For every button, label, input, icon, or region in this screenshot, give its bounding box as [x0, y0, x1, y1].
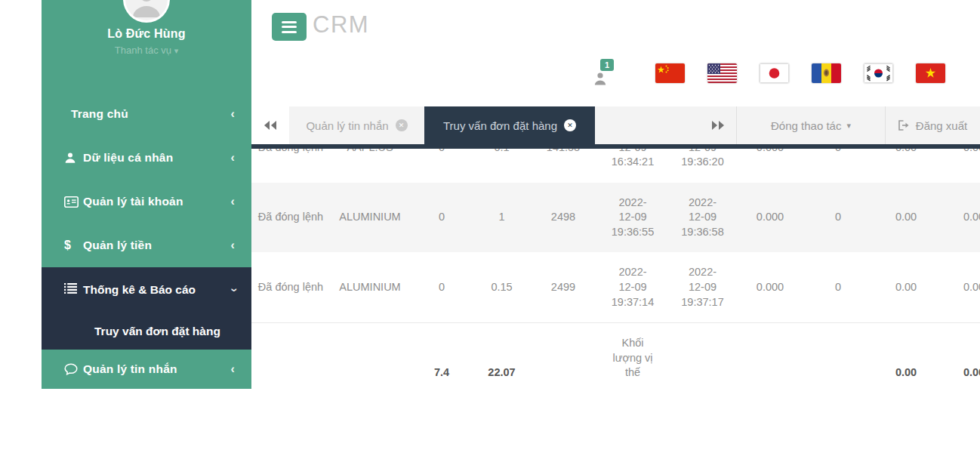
- app-window: Lò Đức Hùng Thanh tác vụ ▾ Trang chủ ‹ D…: [0, 0, 980, 453]
- main-content: CRM 1: [251, 0, 980, 453]
- cell-value: 0.00: [872, 183, 940, 253]
- notification-count-badge: 1: [600, 59, 614, 71]
- cell-empty: [804, 323, 872, 392]
- chevron-left-icon: ‹: [230, 108, 235, 120]
- sidebar-item-label: Thống kê & Báo cáo: [83, 283, 196, 297]
- scroll-tabs-left-button[interactable]: [251, 106, 289, 144]
- cell-value: 2499: [530, 252, 596, 322]
- sidebar-item-quan-ly-tin-nhan[interactable]: Quản lý tin nhắn ‹: [42, 350, 251, 389]
- cell-value: 0.15: [473, 252, 530, 322]
- cell-value: 141.53: [530, 149, 596, 183]
- close-tab-icon[interactable]: ✕: [564, 119, 576, 131]
- cell-open-time: 2022- 12-09 19:36:55: [596, 183, 669, 253]
- chevron-left-icon: ‹: [230, 152, 235, 164]
- cell-total: 0.00: [940, 323, 980, 392]
- cell-value: 0: [410, 149, 473, 183]
- table-row[interactable]: Đã đóng lệnh ALUMINIUM 0 1 2498 2022- 12…: [251, 183, 980, 253]
- cell-value: 0: [804, 252, 872, 322]
- sidebar: Lò Đức Hùng Thanh tác vụ ▾ Trang chủ ‹ D…: [42, 0, 251, 389]
- double-chevron-left-icon: [263, 120, 277, 131]
- cell-empty: [330, 323, 410, 392]
- scroll-tabs-right-button[interactable]: [700, 106, 736, 144]
- sidebar-item-label: Quản lý tài khoản: [83, 195, 183, 208]
- sidebar-item-quan-ly-tien[interactable]: $ Quản lý tiền ‹: [42, 223, 251, 267]
- cell-value: 0.000: [736, 149, 804, 183]
- sidebar-item-du-lieu-ca-nhan[interactable]: Dữ liệu cá nhân ‹: [42, 136, 251, 180]
- cell-empty: [530, 323, 596, 392]
- close-tab-icon[interactable]: ✕: [396, 119, 408, 131]
- cell-status: Đã đóng lệnh: [251, 149, 330, 183]
- avatar-person-icon: [130, 0, 163, 17]
- close-operations-label: Đóng thao tác: [771, 119, 841, 132]
- cell-total: 0.00: [872, 323, 940, 392]
- chat-icon: [64, 363, 83, 375]
- sidebar-subitem-truy-van-don-dat-hang[interactable]: Truy vấn đơn đặt hàng: [42, 313, 251, 350]
- flag-south-korea-icon[interactable]: [864, 63, 893, 83]
- cell-value: 0.00: [940, 252, 980, 322]
- sign-out-icon: [898, 120, 910, 131]
- table-row[interactable]: Đã đóng lệnh AAPL.US 0 0.1 141.53 2022- …: [251, 149, 980, 183]
- hamburger-icon: [282, 21, 297, 23]
- cell-close-time: 2022- 12-09 19:36:58: [669, 183, 736, 253]
- logout-label: Đăng xuất: [916, 119, 967, 132]
- cell-value: 0: [804, 183, 872, 253]
- cell-symbol: AAPL.US: [330, 149, 410, 183]
- flag-japan-icon[interactable]: [760, 63, 789, 83]
- cell-value: 0: [804, 149, 872, 183]
- sidebar-item-trang-chu[interactable]: Trang chủ ‹: [42, 92, 251, 136]
- table-row[interactable]: Đã đóng lệnh ALUMINIUM 0 0.15 2499 2022-…: [251, 252, 980, 322]
- cell-value: 0.00: [872, 149, 940, 183]
- tab-bar-controls: Đóng thao tác ▾ Đăng xuất: [700, 106, 980, 144]
- chevron-left-icon: ‹: [230, 239, 235, 251]
- cell-empty: [669, 323, 736, 392]
- menu-toggle-button[interactable]: [272, 13, 307, 41]
- sidebar-item-thong-ke-bao-cao[interactable]: Thống kê & Báo cáo ‹: [42, 267, 251, 313]
- dollar-icon: $: [64, 239, 83, 252]
- tab-label: Quản lý tin nhắn: [306, 119, 388, 132]
- cell-value: 1: [473, 183, 530, 253]
- caret-down-icon: ▾: [174, 46, 179, 55]
- sidebar-item-label: Dữ liệu cá nhân: [83, 151, 173, 165]
- cell-symbol: ALUMINIUM: [330, 183, 410, 253]
- orders-table-viewport: Đã đóng lệnh AAPL.US 0 0.1 141.53 2022- …: [251, 149, 980, 392]
- close-operations-dropdown[interactable]: Đóng thao tác ▾: [737, 106, 885, 144]
- chevron-left-icon: ‹: [230, 196, 235, 208]
- cell-close-time: 2022- 12-09 19:37:17: [669, 252, 736, 322]
- cell-summary-label: Khối lượng vị thế: [596, 323, 669, 392]
- person-icon: [593, 71, 608, 86]
- cell-value: 0.1: [473, 149, 530, 183]
- cell-value: 2498: [530, 183, 596, 253]
- sidebar-active-section: Thống kê & Báo cáo ‹ Truy vấn đơn đặt hà…: [42, 267, 251, 350]
- notification-user-icon[interactable]: 1: [590, 59, 629, 89]
- sidebar-item-label: Quản lý tin nhắn: [83, 362, 177, 376]
- flag-moldova-icon[interactable]: [812, 63, 841, 83]
- id-card-icon: [64, 196, 83, 208]
- brand-logo: CRM: [313, 11, 369, 39]
- cell-open-time: 2022- 12-09 19:37:14: [596, 252, 669, 322]
- user-role-label: Thanh tác vụ: [115, 45, 171, 56]
- tab-truy-van-don-dat-hang[interactable]: Truy vấn đơn đặt hàng ✕: [424, 106, 595, 144]
- cell-value: 0: [410, 183, 473, 253]
- logout-button[interactable]: Đăng xuất: [886, 106, 980, 144]
- cell-value: 0.00: [940, 149, 980, 183]
- language-flags: [655, 63, 945, 83]
- cell-close-time: 2022- 12-09 19:36:20: [669, 149, 736, 183]
- user-role-dropdown[interactable]: Thanh tác vụ ▾: [42, 45, 251, 56]
- tab-quan-ly-tin-nhan[interactable]: Quản lý tin nhắn ✕: [289, 106, 424, 144]
- cell-value: 0: [410, 252, 473, 322]
- cell-symbol: ALUMINIUM: [330, 252, 410, 322]
- flag-vietnam-icon[interactable]: [916, 63, 945, 83]
- cell-value: 0.000: [736, 252, 804, 322]
- cell-status: Đã đóng lệnh: [251, 183, 330, 253]
- orders-table: Đã đóng lệnh AAPL.US 0 0.1 141.53 2022- …: [251, 149, 980, 392]
- cell-value: 0.00: [940, 183, 980, 253]
- sidebar-item-label: Quản lý tiền: [83, 239, 152, 252]
- flag-china-icon[interactable]: [655, 63, 685, 83]
- double-chevron-right-icon: [711, 120, 725, 131]
- table-summary-row: 7.4 22.07 Khối lượng vị thế 0.00 0.00: [251, 323, 980, 392]
- flag-usa-icon[interactable]: [707, 63, 737, 83]
- sidebar-subitem-label: Truy vấn đơn đặt hàng: [94, 325, 220, 338]
- cell-status: Đã đóng lệnh: [251, 252, 330, 322]
- sidebar-item-quan-ly-tai-khoan[interactable]: Quản lý tài khoản ‹: [42, 180, 251, 223]
- cell-value: 0.00: [872, 252, 940, 322]
